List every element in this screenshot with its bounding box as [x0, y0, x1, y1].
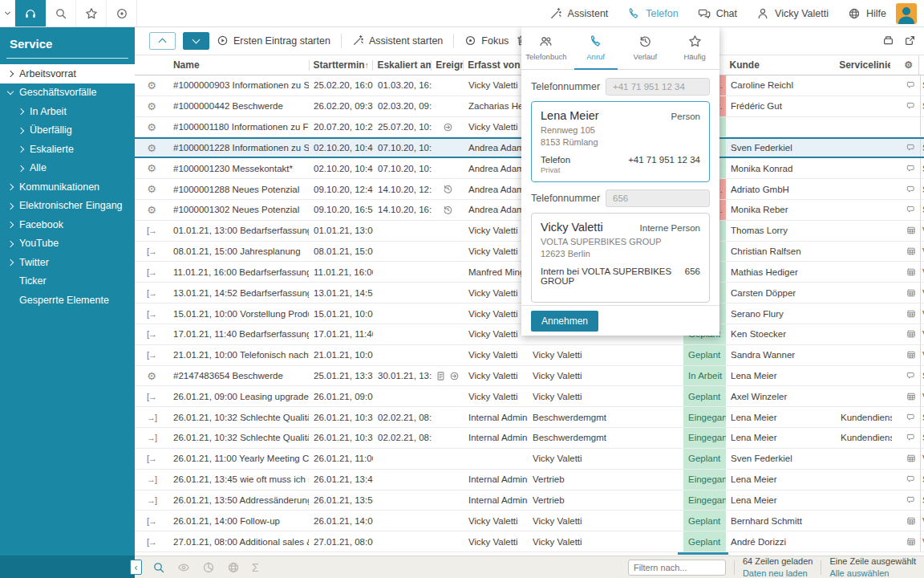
- topbar-item-telefon[interactable]: Telefon: [627, 0, 678, 26]
- table-row[interactable]: →]26.01.21, 13:45 wie oft muss ich mein …: [135, 470, 924, 490]
- callee-card[interactable]: Vicky Valetti Interne Person VOLTA SUPER…: [531, 213, 710, 303]
- table-row[interactable]: [→26.01.21, 11:00 Yearly Meeting Carekix…: [135, 449, 924, 470]
- accept-call-button[interactable]: Annehmen: [531, 311, 598, 332]
- ersten-eintrag-starten-button[interactable]: Ersten Eintrag starten: [217, 35, 330, 47]
- sidebar-item-youtube[interactable]: YouTube: [0, 234, 135, 254]
- table-row[interactable]: [→26.01.21, 14:00 Follow-up26.01.21, 14:…: [135, 511, 924, 531]
- tab-service[interactable]: [15, 0, 46, 26]
- column-header-ereignis[interactable]: Ereignis: [431, 55, 463, 75]
- topbar-item-chat[interactable]: Chat: [698, 0, 737, 26]
- clipped-column-sliver: S: [920, 470, 924, 490]
- phone-number-input-2[interactable]: [606, 189, 710, 207]
- table-row[interactable]: →]26.01.21, 10:32 Schlechte Qualität T-S…: [135, 407, 924, 428]
- sigma-tool-icon[interactable]: Σ: [252, 562, 259, 573]
- move-down-button[interactable]: [183, 32, 209, 50]
- globe-icon: [848, 7, 861, 20]
- record-kind-cell: [892, 490, 920, 511]
- assistent-starten-button[interactable]: Assistent starten: [352, 35, 443, 47]
- print-button[interactable]: [882, 35, 894, 47]
- doc-icon: [436, 371, 446, 381]
- table-row[interactable]: ⚙#2147483654 Beschwerde25.01.21, 13:3730…: [135, 366, 924, 387]
- tab-focus[interactable]: [107, 0, 137, 26]
- external-button[interactable]: [904, 35, 916, 47]
- sidebar-item-label: Twitter: [19, 257, 49, 268]
- tab-selector[interactable]: [0, 0, 15, 26]
- sidebar-item-kommunikationen[interactable]: Kommunikationen: [0, 177, 135, 197]
- column-header-servicelinie[interactable]: Servicelinie: [834, 55, 890, 75]
- tab-favorites[interactable]: [76, 0, 107, 26]
- chat-bubble-icon: [906, 474, 916, 484]
- search-tool-icon[interactable]: [152, 561, 165, 574]
- status-badge: Geplant: [683, 511, 726, 531]
- horizontal-scrollbar-thumb[interactable]: [678, 552, 728, 555]
- case-gear-icon: ⚙: [135, 179, 168, 199]
- sidebar-item-eskalierte[interactable]: Eskalierte: [0, 140, 135, 159]
- column-header-name[interactable]: Name: [168, 55, 309, 75]
- fokus-button[interactable]: Fokus: [464, 35, 509, 47]
- sidebar-item-in-arbeit[interactable]: In Arbeit: [0, 102, 135, 121]
- app-window: AssistentTelefonChatVicky ValettiHilfe S…: [0, 0, 924, 578]
- callee-phone-value: 656: [685, 267, 700, 286]
- phone-tab-h-ufig[interactable]: Häufig: [670, 26, 719, 69]
- sidebar-item-label: Geschäftsvorfälle: [19, 87, 97, 98]
- cell-serviceline: [836, 386, 892, 406]
- column-settings-icon[interactable]: ⚙: [890, 55, 918, 75]
- table-row[interactable]: →]26.01.21, 10:32 Schlechte Qualität T-S…: [135, 428, 924, 449]
- topbar-item-label: Hilfe: [866, 8, 886, 19]
- sidebar-collapse-button[interactable]: ‹: [130, 560, 142, 575]
- sidebar-item-arbeitsvorrat[interactable]: Arbeitsvorrat: [0, 64, 135, 83]
- table-row[interactable]: [→21.01.21, 10:00 Telefonisch nachfassen…: [135, 345, 924, 366]
- table-row[interactable]: [→26.01.21, 09:00 Leasing upgrade klären…: [135, 386, 924, 407]
- cell-created_by: Vicky Valetti: [464, 511, 528, 531]
- sidebar-item-elektronischer-eingang[interactable]: Elektronischer Eingang: [0, 197, 135, 216]
- cell-name: 11.01.21, 16:00 Bedarfserfassung / neue …: [168, 262, 309, 282]
- phone-number-input-1[interactable]: [606, 78, 710, 96]
- phone-tab-verlauf[interactable]: Verlauf: [621, 26, 671, 69]
- pie-tool-icon[interactable]: [202, 561, 215, 574]
- eye-tool-icon[interactable]: [177, 561, 190, 574]
- caller-card[interactable]: Lena Meier Person Rennweg 105 8153 Rümla…: [531, 101, 710, 182]
- sidebar-item-gesch-ftsvorf-lle[interactable]: Geschäftsvorfälle: [0, 83, 135, 103]
- reload-data-link[interactable]: Daten neu laden: [743, 568, 813, 578]
- cell-escalated: 02.02.21, 08:32: [373, 428, 432, 448]
- sidebar-item-alle[interactable]: Alle: [0, 159, 135, 178]
- sidebar-item-gesperrte-elemente[interactable]: Gesperrte Elemente: [0, 291, 135, 310]
- column-header-kunde[interactable]: Kunde: [724, 55, 834, 75]
- status-cell: Geplant: [683, 345, 726, 365]
- case-gear-icon: ⚙: [135, 139, 168, 157]
- record-kind-cell: [892, 303, 920, 324]
- globe-tool-icon[interactable]: [227, 561, 240, 574]
- filter-input[interactable]: [628, 560, 726, 576]
- column-header-rowicon[interactable]: [135, 55, 168, 75]
- column-header-edge[interactable]: [918, 55, 924, 75]
- star-icon: [85, 7, 98, 20]
- move-up-button[interactable]: [149, 32, 176, 50]
- record-kind-cell: [892, 470, 920, 490]
- cell-escalated: 07.10.20, 10:40: [373, 139, 432, 157]
- sidebar-item-ticker[interactable]: Ticker: [0, 272, 135, 291]
- cell-customer: Lena Meier: [726, 428, 836, 448]
- user-avatar[interactable]: [896, 3, 917, 24]
- topbar-item-assistent[interactable]: Assistent: [549, 0, 609, 26]
- sidebar-item-facebook[interactable]: Facebook: [0, 215, 135, 234]
- phone-tab-telefonbuch[interactable]: Telefonbuch: [521, 26, 571, 69]
- cell-serviceline: [836, 221, 892, 241]
- table-row[interactable]: →]26.01.21, 13:50 Addressänderung aus BS…: [135, 490, 924, 511]
- case-gear-icon: ⚙: [135, 366, 168, 386]
- column-header-starttermin[interactable]: Starttermin↑: [309, 55, 373, 75]
- topbar-item-label: Chat: [716, 8, 737, 19]
- appointment-icon: [→: [135, 531, 168, 552]
- column-header-erfasst-von[interactable]: Erfasst von: [463, 55, 527, 75]
- calendar-icon: [906, 537, 916, 547]
- tab-search[interactable]: [46, 0, 76, 26]
- sidebar-item-twitter[interactable]: Twitter: [0, 253, 135, 272]
- sidebar-item-berf-llig[interactable]: Überfällig: [0, 121, 135, 140]
- history-icon: [443, 205, 453, 215]
- column-header-eskaliert-am[interactable]: Eskaliert am: [372, 55, 431, 75]
- table-row[interactable]: [→27.01.21, 08:00 Additional sales & cos…: [135, 531, 924, 552]
- phone-tab-anruf[interactable]: Anruf: [571, 26, 621, 69]
- select-all-link[interactable]: Alle auswählen: [829, 568, 916, 578]
- cell-serviceline: [836, 490, 892, 511]
- topbar-item-vicky-valetti[interactable]: Vicky Valetti: [756, 0, 829, 26]
- topbar-item-hilfe[interactable]: Hilfe: [848, 0, 886, 26]
